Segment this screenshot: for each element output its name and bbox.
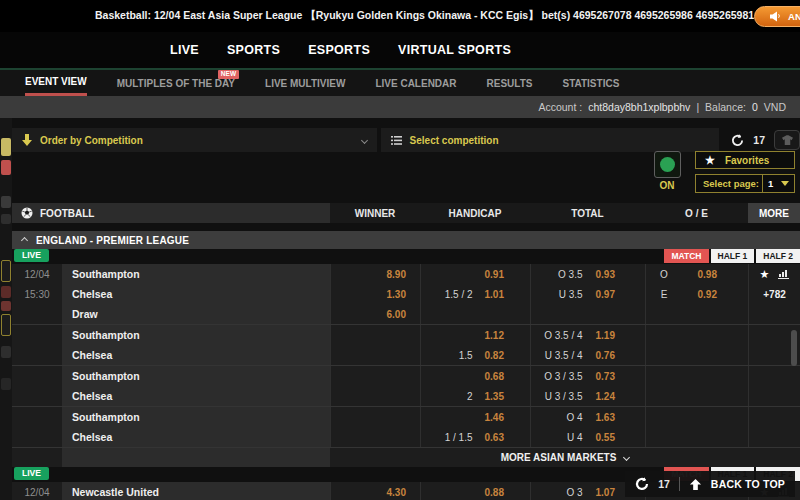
winner-odds-cell[interactable]: 8.90 [330, 264, 420, 284]
total-odds[interactable]: 1.07 [596, 487, 615, 498]
sidebar-fragment [1, 314, 11, 336]
handicap-odds[interactable]: 1.12 [485, 330, 504, 341]
tab-multiples-of-the-day[interactable]: MULTIPLES OF THE DAY NEW [117, 70, 235, 96]
refresh-icon[interactable] [635, 477, 649, 491]
handicap-cell[interactable]: 0.68 [420, 366, 530, 386]
tab-event-view[interactable]: EVENT VIEW [25, 70, 87, 96]
nav-esports[interactable]: ESPORTS [308, 43, 370, 57]
team-cell[interactable]: Southampton [62, 325, 330, 345]
team-cell[interactable]: Chelsea [62, 427, 330, 447]
team-cell[interactable]: Newcastle United [62, 482, 330, 500]
winner-odds-cell[interactable]: 6.00 [330, 304, 420, 324]
winner-odds-cell[interactable]: 4.30 [330, 482, 420, 500]
handicap-cell[interactable]: 0.88 [420, 482, 530, 500]
more-asian-markets-button[interactable]: MORE ASIAN MARKETS [330, 448, 800, 467]
arrow-up-icon[interactable] [689, 478, 702, 491]
winner-odds[interactable]: 1.30 [387, 289, 406, 300]
handicap-cell[interactable]: 1.5 / 21.01 [420, 284, 530, 304]
team-cell[interactable]: Southampton [62, 264, 330, 284]
handicap-odds[interactable]: 0.82 [485, 350, 504, 361]
jersey-filter-button[interactable] [774, 130, 800, 150]
handicap-odds[interactable]: 0.88 [485, 487, 504, 498]
team-name: Chelsea [72, 349, 112, 361]
handicap-cell[interactable]: 1.12 [420, 325, 530, 345]
order-by-dropdown[interactable]: Order by Competition [12, 128, 377, 152]
match-row: Southampton 1.46 O 41.63 [12, 407, 800, 427]
handicap-cell[interactable]: 1.50.82 [420, 345, 530, 365]
total-line: O 3 [531, 487, 583, 498]
team-cell[interactable]: Draw [62, 304, 330, 324]
oe-cell[interactable]: O0.98 [645, 264, 748, 284]
handicap-odds[interactable]: 1.46 [485, 412, 504, 423]
favorites-button[interactable]: ★ Favorites [695, 151, 795, 169]
star-icon[interactable]: ★ [760, 269, 770, 280]
total-cell[interactable]: O 3 / 3.50.73 [530, 366, 645, 386]
more-cell [748, 386, 800, 406]
oe-odds[interactable]: 0.98 [687, 269, 717, 280]
more-cell[interactable]: +782 [748, 284, 800, 304]
extra-bets-count[interactable]: +782 [763, 289, 786, 300]
back-to-top-button[interactable]: BACK TO TOP [711, 478, 785, 490]
total-cell[interactable]: U 3 / 3.51.24 [530, 386, 645, 406]
winner-odds[interactable]: 8.90 [387, 269, 406, 280]
handicap-cell[interactable]: 21.35 [420, 386, 530, 406]
tab-half2[interactable]: HALF 2 [756, 249, 800, 263]
live-toggle[interactable] [654, 151, 681, 178]
winner-odds-cell[interactable]: 1.30 [330, 284, 420, 304]
scrollbar-thumb[interactable] [791, 330, 797, 366]
total-odds[interactable]: 1.24 [596, 391, 615, 402]
total-cell[interactable]: O 3.5 / 41.19 [530, 325, 645, 345]
handicap-cell[interactable]: 0.91 [420, 264, 530, 284]
total-odds[interactable]: 0.55 [596, 432, 615, 443]
col-more-button[interactable]: MORE [748, 203, 800, 223]
tab-match[interactable]: MATCH [664, 249, 708, 263]
tab-live-multiview[interactable]: LIVE MULTIVIEW [265, 70, 345, 96]
oe-odds[interactable]: 0.92 [687, 289, 717, 300]
total-cell[interactable]: U 40.55 [530, 427, 645, 447]
bar-chart-icon[interactable] [778, 269, 789, 279]
ticker-bar: Basketball: 12/04 East Asia Super League… [0, 0, 800, 32]
team-cell[interactable]: Southampton [62, 366, 330, 386]
oe-cell[interactable]: E0.92 [645, 284, 748, 304]
team-cell[interactable]: Chelsea [62, 284, 330, 304]
total-cell[interactable]: U 3.5 / 40.76 [530, 345, 645, 365]
team-name: Southampton [72, 370, 140, 382]
total-cell[interactable]: U 3.50.97 [530, 284, 645, 304]
nav-live[interactable]: LIVE [170, 43, 199, 57]
team-cell[interactable]: Chelsea [62, 386, 330, 406]
select-competition-dropdown[interactable]: Select competition [381, 128, 720, 152]
team-cell[interactable]: Chelsea [62, 345, 330, 365]
tab-statistics[interactable]: STATISTICS [562, 70, 619, 96]
page-dropdown[interactable]: 1 [762, 175, 794, 192]
announcements-button[interactable]: ANNOUNCEMENTS [754, 6, 800, 27]
team-name: Southampton [72, 411, 140, 423]
handicap-cell[interactable]: 1 / 1.50.63 [420, 427, 530, 447]
handicap-odds[interactable]: 0.68 [485, 371, 504, 382]
oe-line: O [658, 269, 670, 280]
winner-odds[interactable]: 4.30 [387, 487, 406, 498]
tab-half1[interactable]: HALF 1 [711, 249, 755, 263]
account-divider: | [696, 101, 699, 113]
nav-sports[interactable]: SPORTS [227, 43, 280, 57]
league-header[interactable]: ENGLAND - PREMIER LEAGUE [12, 231, 800, 249]
tab-results[interactable]: RESULTS [487, 70, 533, 96]
handicap-odds[interactable]: 1.35 [485, 391, 504, 402]
total-odds[interactable]: 0.93 [596, 269, 615, 280]
total-odds[interactable]: 0.97 [596, 289, 615, 300]
winner-odds[interactable]: 6.00 [387, 309, 406, 320]
total-cell[interactable]: O 3.50.93 [530, 264, 645, 284]
total-odds[interactable]: 0.76 [596, 350, 615, 361]
tab-live-calendar[interactable]: LIVE CALENDAR [375, 70, 456, 96]
handicap-odds[interactable]: 0.91 [485, 269, 504, 280]
total-odds[interactable]: 0.73 [596, 371, 615, 382]
team-cell[interactable]: Southampton [62, 407, 330, 427]
handicap-odds[interactable]: 0.63 [485, 432, 504, 443]
handicap-cell[interactable]: 1.46 [420, 407, 530, 427]
total-cell[interactable]: O 41.63 [530, 407, 645, 427]
refresh-icon[interactable] [731, 134, 744, 147]
total-odds[interactable]: 1.19 [596, 330, 615, 341]
sport-header[interactable]: FOOTBALL [12, 203, 330, 223]
handicap-odds[interactable]: 1.01 [485, 289, 504, 300]
nav-virtual-sports[interactable]: VIRTUAL SPORTS [398, 43, 511, 57]
total-odds[interactable]: 1.63 [596, 412, 615, 423]
